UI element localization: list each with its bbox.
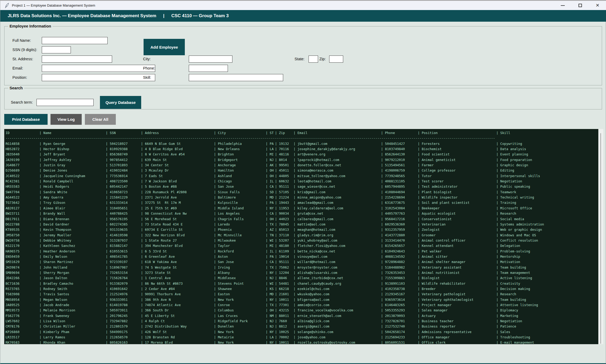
table-cell: | 19014 <box>275 254 293 259</box>
table-cell: | Public speaking <box>496 184 597 189</box>
table-cell: | 57105 <box>275 190 293 195</box>
table-cell: | 408541785 <box>106 254 141 259</box>
table-cell: | PA <box>266 141 275 146</box>
table-cell: | Las Cruces <box>214 313 266 319</box>
close-button[interactable] <box>589 1 606 10</box>
table-cell: | jose@yahoo.com <box>293 335 381 340</box>
header-row: ID| Name| SSN| Address| City| ST| Zip| E… <box>6 130 597 136</box>
table-cell: | Hamilton <box>214 168 266 173</box>
add-employee-button[interactable]: Add Employee <box>144 39 185 55</box>
table-cell: | Middlesex <box>214 275 266 281</box>
table-cell: | 410658723 <box>106 190 141 195</box>
table-cell: | WI <box>266 238 275 243</box>
table-cell: | 61109 <box>275 249 293 254</box>
table-row: RS73765| Rodney Smith| 410691642| 2 Ceda… <box>6 286 597 292</box>
table-cell: | Business teacher <box>418 319 496 324</box>
table-cell: | 17 Morena Blvd <box>141 340 214 344</box>
table-cell: | Christian Miller <box>39 324 106 329</box>
table-row: SM31629| Sharon Martinez| 972339197| 618… <box>6 259 597 265</box>
table-cell: | Animal shelter manager <box>418 259 496 265</box>
table-cell: | 419032484 <box>106 168 141 173</box>
table-cell: | 426 Wolf St <box>141 329 214 335</box>
table-cell: | 810929388 <box>106 146 141 152</box>
table-cell: | 504999175 <box>106 329 141 335</box>
table-cell: | AK <box>266 163 275 168</box>
table-cell: | 4108044694 <box>381 190 418 195</box>
table-cell: | lpaprocki@hotmail.com <box>293 157 381 163</box>
table-cell: TS83908 <box>6 292 39 297</box>
state-input[interactable] <box>309 56 318 63</box>
table-cell: | kris@gmail.com <box>293 190 381 195</box>
table-cell: | San Jose <box>214 184 266 189</box>
table-cell: LR33517 <box>6 335 39 340</box>
view-log-button[interactable]: View Log <box>50 114 82 125</box>
table-cell: | willard@hotmail.com <box>293 259 381 265</box>
maximize-icon <box>579 4 582 7</box>
table-cell: | leota@hotmail.com <box>293 179 381 184</box>
table-cell: | Ronald Campbell <box>39 179 106 184</box>
table-cell: | Project manager <box>418 302 496 308</box>
table-row: KS22170| Kathleen Sanchez| 815882147| 39… <box>6 243 597 248</box>
table-cell: | 9138991103 <box>381 281 418 286</box>
table-cell: HB52872 <box>6 146 39 152</box>
phone-input[interactable] <box>189 65 228 72</box>
table-row: AB20127| Aimee Blair| 310495651| 25 E 75… <box>6 206 597 211</box>
table-cell: | 78045 <box>275 222 293 227</box>
table-cell: | 85013 <box>275 227 293 232</box>
email-input[interactable] <box>42 65 155 72</box>
table-row: DB17911| Diana Brennan| 956576195| 56 E … <box>6 216 597 222</box>
table-cell: | Jacqueline Cunningham <box>39 173 106 179</box>
table-cell: | Food scientist <box>418 152 496 157</box>
address-input[interactable] <box>42 56 112 63</box>
scrollbar-thumb[interactable] <box>600 133 601 344</box>
full-name-input[interactable] <box>42 37 108 44</box>
table-cell: | 90034 <box>275 211 293 216</box>
table-cell: | 7327826701 <box>381 319 418 324</box>
maximize-button[interactable] <box>571 1 589 10</box>
table-cell: | 95111 <box>275 259 293 265</box>
table-cell: | 7660 <box>275 319 293 324</box>
table-cell: | TX <box>266 302 275 308</box>
table-row: AG44522| Amy Guerra| 215841229| 2371 Jer… <box>6 195 597 200</box>
query-database-button[interactable]: Query Database <box>100 96 141 109</box>
table-cell: | TX <box>266 265 275 270</box>
table-cell: | CA <box>266 211 275 216</box>
ssn-input[interactable] <box>42 46 71 53</box>
print-database-button[interactable]: Print Database <box>4 114 48 125</box>
column-header: | Name <box>39 130 106 136</box>
minimize-button[interactable] <box>554 1 571 10</box>
clear-all-button[interactable]: Clear All <box>85 114 116 125</box>
table-cell: | New York <box>214 297 266 302</box>
address-label: St. Address: <box>12 56 33 63</box>
zip-input[interactable] <box>329 56 343 63</box>
table-cell: | 414619598 <box>106 233 141 238</box>
search-term-input[interactable] <box>36 99 94 106</box>
table-cell: JG48677 <box>6 163 39 168</box>
city-input[interactable] <box>189 56 232 63</box>
table-cell: | Veterinarian <box>418 222 496 227</box>
table-cell: | 732653154 <box>106 270 141 275</box>
table-cell: RC42381 <box>6 179 39 184</box>
skill-input[interactable] <box>189 74 283 81</box>
table-cell: | Foresters <box>418 141 496 146</box>
table-cell: | 4405797763 <box>381 211 418 216</box>
table-cell: TG73642 <box>6 200 39 205</box>
table-cell: | Los Angeles <box>214 211 266 216</box>
table-cell: | 2154228694 <box>381 195 418 200</box>
window-title: Project 1 — Employee Database Management… <box>12 3 95 7</box>
table-cell: | 19443 <box>275 200 293 205</box>
table-cell: | Heather Anderson <box>39 249 106 254</box>
table-cell: | 53207 <box>275 238 293 243</box>
column-header: | City <box>214 130 266 136</box>
table-cell: | rozella.ostrosky@ostrosky.com <box>293 340 381 344</box>
position-input[interactable] <box>42 74 155 81</box>
column-header: | Zip <box>275 130 293 136</box>
employee-info-group: Employee Information Full Name: SSN (9 d… <box>4 26 602 85</box>
database-output[interactable]: ID| Name| SSN| Address| City| ST| Zip| E… <box>4 129 598 344</box>
table-cell: | Kimberly Pham <box>39 329 106 335</box>
footer-bar: Delete by Employee ID: Delete Exit <box>0 347 606 363</box>
ssn-label: SSN (9 digits): <box>12 46 37 53</box>
table-cell: | Debbie Whitney <box>39 238 106 243</box>
vertical-scrollbar[interactable] <box>598 129 603 344</box>
table-cell: | 74874 Atlantic Ave <box>141 302 214 308</box>
